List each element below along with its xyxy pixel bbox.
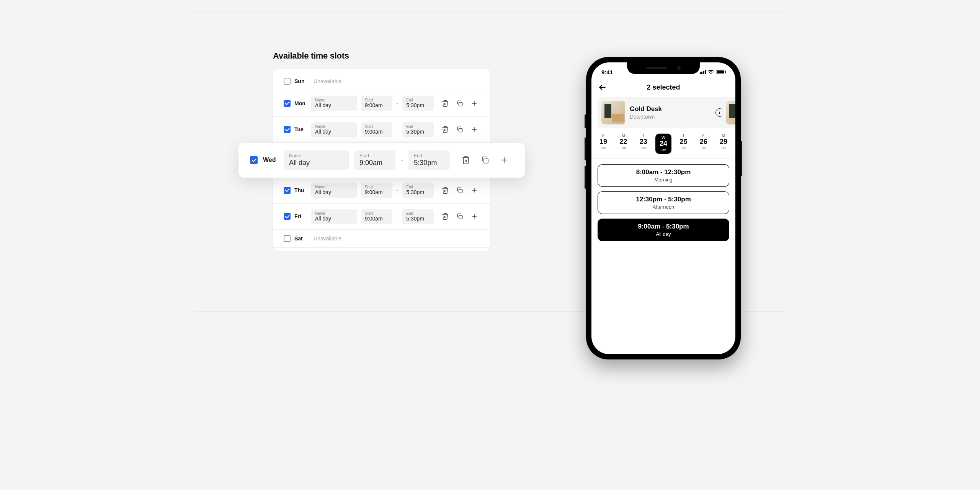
day-checkbox[interactable] (284, 213, 291, 220)
slot-end-field[interactable]: End 5:30pm (402, 183, 434, 198)
slot-time: 8:00am - 12:30pm (603, 168, 724, 176)
date-dow: T (642, 134, 645, 138)
slot-start-field[interactable]: Start 9:00am (354, 150, 395, 170)
slot-start-field[interactable]: Start 9:00am (361, 122, 392, 137)
day-checkbox[interactable] (284, 187, 291, 194)
row-actions (441, 186, 478, 194)
slot-end-field[interactable]: End 5:30pm (402, 122, 434, 137)
slot-end-field[interactable]: End 5:30pm (402, 209, 434, 224)
resource-card-next-peek[interactable] (722, 97, 735, 128)
copy-icon[interactable] (456, 212, 464, 220)
slot-name-field[interactable]: Name All day (311, 96, 357, 111)
wifi-icon (708, 69, 714, 75)
panel-title: Available time slots (273, 51, 490, 61)
slot-name-field[interactable]: Name All day (284, 150, 349, 170)
resource-thumbnail (601, 101, 625, 124)
slot-name: Morning (603, 177, 724, 183)
copy-icon[interactable] (456, 100, 464, 107)
date-dow: M (622, 134, 625, 138)
time-range-dash: - (396, 214, 399, 219)
day-checkbox[interactable] (284, 100, 291, 107)
day-label: Mon (294, 100, 307, 106)
field-label: End (406, 185, 430, 189)
plus-icon[interactable] (470, 186, 478, 194)
copy-icon[interactable] (456, 126, 464, 133)
slot-option[interactable]: 8:00am - 12:30pm Morning (598, 164, 729, 187)
row-actions (461, 155, 509, 165)
day-label: Tue (294, 126, 307, 132)
date-option[interactable]: F 26 Jan (696, 134, 712, 154)
mobile-slot-list: 8:00am - 12:30pm Morning 12:30pm - 5:30p… (591, 159, 735, 247)
day-checkbox[interactable] (250, 156, 258, 164)
trash-icon[interactable] (441, 100, 449, 107)
resource-name: Gold Desk (630, 105, 662, 113)
date-option[interactable]: T 25 Jan (675, 134, 691, 154)
plus-icon[interactable] (470, 126, 478, 133)
slot-start-field[interactable]: Start 9:00am (361, 183, 392, 198)
slot-option[interactable]: 12:30pm - 5:30pm Afternoon (598, 191, 729, 214)
trash-icon[interactable] (441, 212, 449, 220)
time-range-dash: - (401, 157, 403, 163)
back-arrow-icon[interactable] (598, 82, 608, 92)
date-month: Jan (640, 146, 646, 150)
plus-icon[interactable] (500, 155, 509, 165)
resource-card[interactable]: Gold Desk Downtown i (598, 97, 729, 128)
date-option[interactable]: T 23 Jan (635, 134, 652, 154)
field-value: 9:00am (365, 102, 389, 109)
slot-name-field[interactable]: Name All day (311, 183, 357, 198)
time-range-dash: - (396, 127, 399, 132)
field-value: 9:00am (359, 158, 390, 167)
row-actions (441, 100, 478, 107)
viewport-canvas: Available time slots Sun Unavailable Mon… (190, 11, 790, 312)
field-value: All day (315, 102, 353, 109)
svg-rect-0 (459, 102, 462, 106)
day-row-thu: Thu Name All day Start 9:00am - End 5:30… (273, 177, 490, 204)
field-value: 9:00am (365, 189, 389, 196)
trash-icon[interactable] (441, 126, 449, 133)
slot-end-field[interactable]: End 5:30pm (402, 96, 434, 111)
resource-thumbnail (726, 101, 735, 124)
plus-icon[interactable] (470, 100, 478, 107)
field-value: All day (315, 189, 353, 196)
day-label: Sat (294, 235, 307, 242)
copy-icon[interactable] (480, 155, 490, 165)
field-value: 5:30pm (406, 216, 430, 222)
day-label: Fri (294, 213, 307, 219)
slot-time: 9:00am - 5:30pm (603, 223, 724, 230)
svg-rect-1 (459, 129, 462, 132)
date-option[interactable]: M 29 Jan (715, 134, 732, 154)
phone-mockup: 9:41 2 selected Gold Desk Downtown (586, 57, 741, 359)
date-month: Jan (601, 146, 606, 150)
copy-icon[interactable] (456, 186, 464, 194)
trash-icon[interactable] (441, 186, 449, 194)
field-label: Name (315, 124, 353, 129)
date-num: 24 (660, 140, 667, 148)
date-month: Jan (621, 146, 626, 150)
slot-end-field[interactable]: End 5:30pm (408, 150, 450, 170)
unavailable-text: Unavailable (314, 78, 341, 84)
date-option-selected[interactable]: W 24 Jan (655, 134, 671, 154)
trash-icon[interactable] (461, 155, 470, 165)
app-header: 2 selected (591, 79, 735, 95)
date-num: 26 (700, 138, 707, 146)
unavailable-text: Unavailable (314, 235, 341, 242)
day-checkbox[interactable] (284, 126, 291, 133)
day-label: Thu (294, 187, 307, 193)
slot-time: 12:30pm - 5:30pm (603, 196, 724, 203)
day-row-sat: Sat Unavailable (273, 230, 490, 248)
field-value: 9:00am (365, 216, 389, 222)
slot-option-selected[interactable]: 9:00am - 5:30pm All day (598, 219, 729, 241)
day-checkbox[interactable] (284, 78, 291, 85)
timeslots-card: Sun Unavailable Mon Name All day Start 9… (273, 69, 490, 251)
date-num: 19 (599, 138, 607, 146)
slot-start-field[interactable]: Start 9:00am (361, 209, 392, 224)
plus-icon[interactable] (470, 212, 478, 220)
slot-name-field[interactable]: Name All day (311, 209, 357, 224)
day-checkbox[interactable] (284, 235, 291, 242)
slot-name-field[interactable]: Name All day (311, 122, 357, 137)
date-num: 23 (640, 138, 647, 146)
date-month: Jan (661, 148, 666, 152)
slot-start-field[interactable]: Start 9:00am (361, 96, 392, 111)
date-option[interactable]: M 22 Jan (615, 134, 631, 154)
date-option[interactable]: F 19 Jan (595, 134, 611, 154)
